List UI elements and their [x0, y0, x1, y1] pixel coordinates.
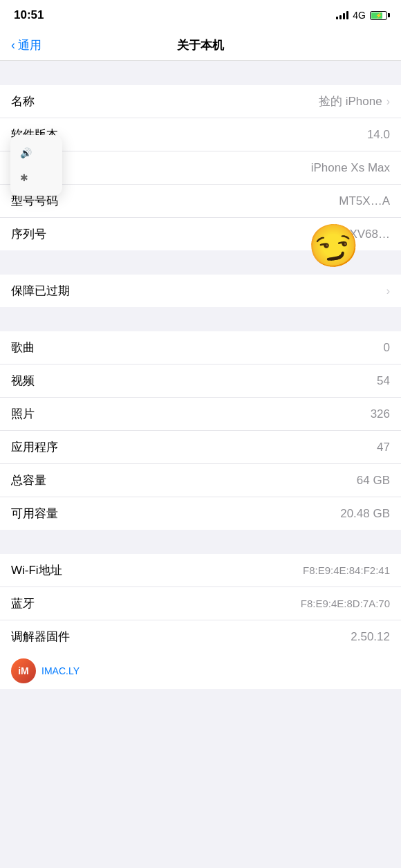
row-value-available-capacity: 20.48 GB — [340, 507, 390, 521]
row-label-videos: 视频 — [11, 373, 35, 389]
status-bar: 10:51 4G ⚡ — [0, 0, 401, 30]
row-label-name: 名称 — [11, 93, 35, 109]
media-section: 歌曲 0 视频 54 照片 326 应用程序 47 总容量 64 GB 可用容量… — [0, 331, 401, 530]
table-row-wifi: Wi-Fi地址 F8:E9:4E:84:F2:41 — [0, 554, 401, 587]
table-row-modem-firmware: 调解器固件 2.50.12 — [0, 620, 401, 653]
status-icons: 4G ⚡ — [336, 10, 387, 21]
page-title: 关于本机 — [177, 37, 224, 53]
row-label-songs: 歌曲 — [11, 340, 35, 355]
bluetooth-icon: ✱ — [20, 172, 28, 183]
section-gap-3 — [0, 307, 401, 331]
row-label-serial: 序列号 — [11, 226, 46, 242]
back-label: 通用 — [18, 37, 41, 53]
row-value-model-name: iPhone Xs Max — [311, 161, 390, 175]
row-value-version: 14.0 — [367, 128, 390, 142]
row-value-photos: 326 — [371, 407, 390, 421]
row-value-model-number: MT5X…A — [339, 194, 390, 208]
watermark: iM IMAC.LY — [0, 653, 401, 689]
row-label-modem-firmware: 调解器固件 — [11, 629, 70, 645]
volume-icon: 🔊 — [20, 147, 32, 158]
row-label-total-capacity: 总容量 — [11, 472, 46, 488]
row-value-apps: 47 — [377, 441, 390, 454]
section-gap-4 — [0, 530, 401, 554]
signal-bars-icon — [336, 11, 348, 19]
emoji-sticker: 😏 — [306, 219, 362, 273]
chevron-icon: › — [386, 95, 390, 108]
row-label-photos: 照片 — [11, 406, 35, 422]
row-value-wifi: F8:E9:4E:84:F2:41 — [303, 564, 390, 576]
row-label-available-capacity: 可用容量 — [11, 506, 58, 521]
table-row: 名称 捡的 iPhone › — [0, 85, 401, 118]
row-label-bluetooth: 蓝牙 — [11, 595, 35, 611]
row-label-wifi: Wi-Fi地址 — [11, 562, 62, 578]
warranty-section: 保障已过期 › — [0, 275, 401, 307]
row-value-modem-firmware: 2.50.12 — [351, 630, 390, 644]
nav-bar: ‹ 通用 关于本机 — [0, 30, 401, 61]
table-row-total-capacity: 总容量 64 GB — [0, 464, 401, 497]
back-chevron-icon: ‹ — [11, 38, 15, 53]
status-time: 10:51 — [14, 8, 44, 22]
row-value-name: 捡的 iPhone › — [319, 93, 390, 109]
back-button[interactable]: ‹ 通用 — [11, 37, 41, 53]
chevron-icon: › — [386, 285, 390, 297]
table-row-photos: 照片 326 — [0, 398, 401, 431]
network-section: Wi-Fi地址 F8:E9:4E:84:F2:41 蓝牙 F8:E9:4E:8D… — [0, 554, 401, 653]
network-label: 4G — [353, 10, 366, 21]
table-row-videos: 视频 54 — [0, 364, 401, 398]
table-row-available-capacity: 可用容量 20.48 GB — [0, 497, 401, 530]
watermark-site: IMAC.LY — [41, 665, 80, 676]
battery-icon: ⚡ — [370, 11, 387, 20]
table-row-bluetooth: 蓝牙 F8:E9:4E:8D:7A:70 — [0, 587, 401, 620]
row-value-bluetooth: F8:E9:4E:8D:7A:70 — [301, 598, 390, 609]
row-value-total-capacity: 64 GB — [357, 474, 390, 488]
popup-overlay: 🔊 ✱ — [10, 135, 62, 196]
row-value-songs: 0 — [384, 341, 390, 355]
table-row-apps: 应用程序 47 — [0, 431, 401, 464]
row-value-videos: 54 — [377, 374, 390, 388]
table-row-warranty[interactable]: 保障已过期 › — [0, 275, 401, 307]
popup-item-volume: 🔊 — [10, 140, 62, 165]
row-label-apps: 应用程序 — [11, 439, 58, 455]
watermark-logo: iM — [11, 658, 36, 683]
popup-item-bluetooth: ✱ — [10, 165, 62, 190]
row-label-warranty: 保障已过期 — [11, 283, 70, 299]
section-gap-1 — [0, 61, 401, 85]
table-row-songs: 歌曲 0 — [0, 331, 401, 364]
